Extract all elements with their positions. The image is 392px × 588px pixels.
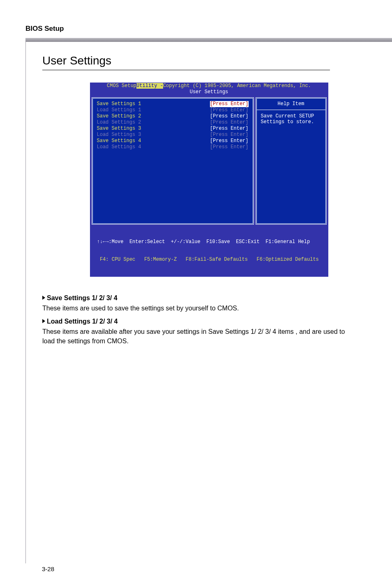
menu-item-load-2[interactable]: Load Settings 2 [Press Enter] bbox=[97, 119, 249, 126]
footer-line-1: ↑↓←→:Move Enter:Select +/-/:Value F10:Sa… bbox=[94, 239, 324, 245]
bios-title-left: CMOS Setup bbox=[107, 83, 136, 89]
menu-value: [Press Enter] bbox=[210, 101, 249, 107]
menu-value: [Press Enter] bbox=[210, 119, 249, 126]
heading-text: Save Settings 1/ 2/ 3/ 4 bbox=[47, 294, 118, 301]
menu-value: [Press Enter] bbox=[210, 144, 249, 150]
section-title: User Settings bbox=[42, 54, 330, 70]
bios-title-inverse: Utility - bbox=[136, 83, 163, 89]
page-number: 3-28 bbox=[42, 565, 54, 572]
bios-body: Save Settings 1 [Press Enter] Load Setti… bbox=[90, 96, 328, 226]
help-title: Help Item bbox=[261, 101, 321, 107]
menu-item-save-1[interactable]: Save Settings 1 [Press Enter] bbox=[97, 101, 249, 107]
triangle-bullet-icon bbox=[42, 296, 45, 300]
menu-item-save-2[interactable]: Save Settings 2 [Press Enter] bbox=[97, 113, 249, 119]
bios-title-right: Copyright (C) 1985-2005, American Megatr… bbox=[163, 83, 311, 89]
paragraph-load: These items are available after you save… bbox=[42, 327, 346, 346]
menu-label: Save Settings 1 bbox=[97, 101, 141, 107]
menu-label: Load Settings 3 bbox=[97, 132, 141, 138]
bios-title-bar: CMOS Setup Utility - Copyright (C) 1985-… bbox=[90, 83, 328, 89]
content-frame: User Settings CMOS Setup Utility - Copyr… bbox=[25, 42, 392, 563]
bios-main-pane: Save Settings 1 [Press Enter] Load Setti… bbox=[92, 97, 254, 225]
bios-subtitle: User Settings bbox=[90, 89, 328, 96]
footer-line-2: F4: CPU Spec F5:Memory-Z F8:Fail-Safe De… bbox=[94, 257, 324, 262]
triangle-bullet-icon bbox=[42, 319, 45, 323]
help-line-1: Save Current SETUP bbox=[261, 113, 321, 119]
heading-load-settings: Load Settings 1/ 2/ 3/ 4 bbox=[42, 317, 346, 326]
menu-item-save-3[interactable]: Save Settings 3 [Press Enter] bbox=[97, 126, 249, 132]
heading-save-settings: Save Settings 1/ 2/ 3/ 4 bbox=[42, 293, 346, 303]
menu-value: [Press Enter] bbox=[210, 126, 249, 132]
page: BIOS Setup User Settings CMOS Setup Util… bbox=[0, 0, 392, 588]
help-divider bbox=[257, 110, 325, 110]
help-body: Save Current SETUP Settings to store. bbox=[261, 113, 321, 125]
menu-item-load-1[interactable]: Load Settings 1 [Press Enter] bbox=[97, 107, 249, 113]
help-line-2: Settings to store. bbox=[261, 119, 321, 125]
menu-label: Load Settings 4 bbox=[97, 144, 141, 150]
menu-value: [Press Enter] bbox=[210, 138, 249, 144]
menu-value: [Press Enter] bbox=[210, 132, 249, 138]
bios-window: CMOS Setup Utility - Copyright (C) 1985-… bbox=[90, 83, 328, 277]
paragraph-save: These items are used to save the setting… bbox=[42, 303, 346, 313]
menu-value: [Press Enter] bbox=[210, 113, 249, 119]
menu-label: Save Settings 3 bbox=[97, 126, 141, 132]
menu-item-load-4[interactable]: Load Settings 4 [Press Enter] bbox=[97, 144, 249, 150]
header-rule bbox=[25, 38, 392, 42]
body-text: Save Settings 1/ 2/ 3/ 4 These items are… bbox=[42, 293, 346, 346]
bios-footer: ↑↓←→:Move Enter:Select +/-/:Value F10:Sa… bbox=[90, 226, 328, 277]
menu-label: Load Settings 2 bbox=[97, 119, 141, 126]
menu-label: Save Settings 4 bbox=[97, 138, 141, 144]
bios-help-pane: Help Item Save Current SETUP Settings to… bbox=[256, 97, 327, 225]
menu-value: [Press Enter] bbox=[210, 107, 249, 113]
menu-item-load-3[interactable]: Load Settings 3 [Press Enter] bbox=[97, 132, 249, 138]
menu-label: Save Settings 2 bbox=[97, 113, 141, 119]
menu-label: Load Settings 1 bbox=[97, 107, 141, 113]
doc-header: BIOS Setup bbox=[25, 25, 64, 33]
menu-item-save-4[interactable]: Save Settings 4 [Press Enter] bbox=[97, 138, 249, 144]
heading-text: Load Settings 1/ 2/ 3/ 4 bbox=[47, 318, 118, 325]
